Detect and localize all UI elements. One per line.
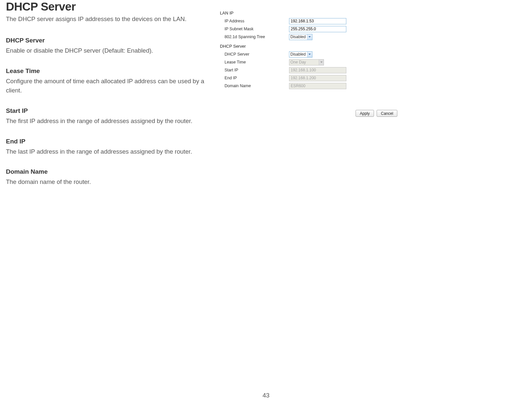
- dhcp-server-value: Disabled: [290, 52, 307, 57]
- spanning-tree-select[interactable]: Disabled: [289, 34, 312, 40]
- lease-time-label: Lease Time: [225, 60, 289, 64]
- svg-marker-1: [308, 54, 311, 55]
- domain-name-label: Domain Name: [225, 84, 289, 88]
- lease-time-select: One Day: [289, 59, 324, 65]
- def-end-ip-desc: The last IP address in the range of addr…: [6, 147, 210, 157]
- ip-address-input[interactable]: [289, 18, 346, 24]
- def-dhcp-server-desc: Enable or disable the DHCP server (Defau…: [6, 46, 210, 56]
- def-dhcp-server-title: DHCP Server: [6, 37, 210, 44]
- chevron-down-icon: [307, 34, 312, 40]
- def-domain-name-title: Domain Name: [6, 168, 210, 175]
- chevron-down-icon: [319, 60, 324, 65]
- dhcp-server-select[interactable]: Disabled: [289, 51, 312, 58]
- page-number: 43: [0, 392, 532, 399]
- domain-name-input: [289, 83, 346, 89]
- subnet-mask-label: IP Subnet Mask: [225, 27, 289, 31]
- def-lease-time-desc: Configure the amount of time each alloca…: [6, 77, 210, 95]
- spanning-tree-label: 802.1d Spanning Tree: [225, 35, 289, 39]
- def-domain-name-desc: The domain name of the router.: [6, 177, 210, 187]
- apply-button[interactable]: Apply: [356, 110, 374, 117]
- subnet-mask-input[interactable]: [289, 26, 346, 32]
- page-title: DHCP Server: [6, 0, 210, 13]
- def-start-ip-title: Start IP: [6, 107, 210, 114]
- svg-marker-0: [308, 36, 311, 38]
- lease-time-value: One Day: [290, 60, 307, 64]
- start-ip-label: Start IP: [225, 68, 289, 72]
- def-start-ip-desc: The first IP address in the range of add…: [6, 116, 210, 126]
- page-subtitle: The DHCP server assigns IP addresses to …: [6, 15, 210, 23]
- end-ip-input: [289, 75, 346, 81]
- dhcp-server-label: DHCP Server: [225, 52, 289, 57]
- dhcp-server-section-label: DHCP Server: [220, 44, 404, 49]
- end-ip-label: End IP: [225, 76, 289, 80]
- def-end-ip-title: End IP: [6, 138, 210, 145]
- chevron-down-icon: [307, 52, 312, 57]
- lan-ip-section-label: LAN IP: [220, 11, 404, 15]
- cancel-button[interactable]: Cancel: [377, 110, 397, 117]
- svg-marker-2: [320, 62, 323, 63]
- ip-address-label: IP Address: [225, 19, 289, 23]
- spanning-tree-value: Disabled: [290, 35, 307, 39]
- def-lease-time-title: Lease Time: [6, 67, 210, 75]
- start-ip-input: [289, 67, 346, 73]
